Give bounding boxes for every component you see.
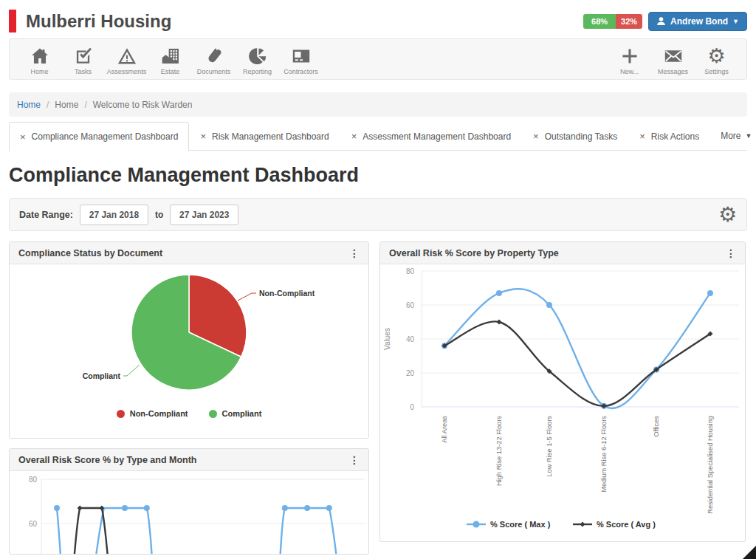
y-axis-label: Values (383, 328, 391, 350)
tab-more[interactable]: More ▼ (710, 122, 756, 149)
series-line-score-max (444, 289, 710, 408)
date-range-label: Date Range: (19, 210, 73, 220)
breadcrumb-item-welcome-to-risk-warden: Welcome to Risk Warden (93, 100, 193, 110)
chevron-down-icon: ▼ (732, 18, 739, 25)
legend-dot (209, 410, 217, 418)
pie-chart: Non-CompliantCompliant (10, 264, 368, 405)
toolbar-item-label: Documents (197, 68, 231, 75)
brand-title: Mulberri Housing (26, 11, 171, 32)
toolbar-item-messages[interactable]: Messages (652, 46, 694, 75)
toolbar-item-label: Settings (704, 68, 729, 75)
toolbar-item-label: Messages (658, 68, 688, 75)
toolbar-item-new[interactable]: New... (608, 46, 650, 75)
estate-icon (160, 46, 181, 66)
legend-item-non-compliant[interactable]: Non-Compliant (117, 409, 188, 418)
pie-annotation-non-compliant: Non-Compliant (259, 289, 315, 298)
toolbar-item-label: Home (30, 68, 48, 75)
tab-label: Risk Management Dashboard (212, 131, 329, 142)
card-title: Overall Risk % Score by Property Type (389, 248, 559, 258)
date-from-input[interactable] (80, 205, 148, 225)
toolbar-item-home[interactable]: Home (18, 46, 61, 75)
close-icon[interactable]: × (200, 131, 206, 141)
legend-label: Compliant (222, 409, 262, 418)
gear-icon[interactable]: ⚙ (718, 205, 737, 225)
y-tick-label: 20 (406, 369, 415, 377)
kebab-menu-icon[interactable]: ⋮ (349, 248, 360, 258)
tab-label: Compliance Management Dashboard (32, 131, 179, 142)
data-point (546, 302, 552, 308)
tab-compliance-management-dashboard[interactable]: × Compliance Management Dashboard (9, 122, 189, 151)
x-category-label: Low Rise 1-5 Floors (546, 416, 553, 477)
close-icon[interactable]: × (351, 131, 357, 141)
svg-text:% Score ( Max ): % Score ( Max ) (490, 520, 551, 529)
breadcrumb-item-home: Home (55, 100, 78, 110)
toolbar-item-label: Reporting (243, 68, 272, 75)
card-title: Compliance Status by Document (18, 248, 162, 258)
toolbar-item-label: Assessments (107, 68, 147, 75)
contractors-icon (291, 46, 312, 66)
close-icon[interactable]: × (20, 132, 26, 142)
close-icon[interactable]: × (533, 131, 539, 141)
page-title: Compliance Management Dashboard (9, 164, 747, 187)
tab-assessment-management-dashboard[interactable]: × Assessment Management Dashboard (340, 122, 522, 151)
envelope-icon (663, 46, 684, 66)
tab-risk-management-dashboard[interactable]: × Risk Management Dashboard (189, 122, 340, 151)
user-menu-button[interactable]: Andrew Bond ▼ (648, 12, 747, 31)
tab-bar: × Compliance Management Dashboard× Risk … (9, 122, 747, 151)
y-tick-label: 80 (406, 267, 415, 275)
toolbar-item-documents[interactable]: Documents (193, 46, 235, 75)
x-category-label: Offices (653, 416, 660, 437)
assessments-icon (117, 46, 137, 66)
toolbar-item-reporting[interactable]: Reporting (236, 46, 278, 75)
data-point (326, 505, 332, 511)
compliant-percent-badge: 68% (583, 14, 616, 29)
chevron-down-icon: ▼ (746, 132, 752, 140)
date-to-input[interactable] (170, 205, 238, 225)
breadcrumb-item-home[interactable]: Home (17, 100, 41, 110)
toolbar-item-contractors[interactable]: Contractors (280, 46, 322, 75)
non-compliant-percent-badge: 32% (616, 14, 642, 29)
y-tick-label: 40 (406, 335, 415, 343)
x-category-label: Medium Rise 6-12 Floors (600, 416, 608, 493)
kebab-menu-icon[interactable]: ⋮ (349, 455, 360, 465)
toolbar-item-assessments[interactable]: Assessments (106, 46, 148, 75)
toolbar-item-estate[interactable]: Estate (149, 46, 191, 75)
data-point (497, 320, 502, 325)
y-tick-label: 80 (29, 476, 38, 484)
pie-annotation-compliant: Compliant (83, 371, 121, 380)
property-type-line-chart: 020406080ValuesAll AreasHigh Rise 13-22 … (380, 264, 745, 541)
breadcrumb: Home/Home/Welcome to Risk Warden (9, 92, 747, 117)
data-point (54, 505, 60, 511)
data-point (473, 521, 480, 528)
legend-label: Non-Compliant (130, 409, 188, 418)
toolbar-item-settings[interactable]: ⚙ Settings (695, 46, 738, 75)
reporting-icon (247, 46, 268, 66)
toolbar: Home Tasks Assessments Estate Documents … (9, 38, 747, 80)
tab-outstanding-tasks[interactable]: × Outstanding Tasks (522, 122, 628, 151)
to-label: to (155, 210, 163, 220)
series-line-1 (66, 508, 117, 554)
close-icon[interactable]: × (639, 131, 645, 141)
card-compliance-status: Compliance Status by Document ⋮ Non-Comp… (9, 241, 369, 439)
series-line-0 (57, 508, 350, 554)
data-point (144, 505, 150, 511)
data-point (707, 290, 713, 296)
plus-icon (619, 46, 640, 66)
mouse-cursor (743, 546, 756, 559)
pie-legend: Non-Compliant Compliant (10, 409, 368, 418)
card-title: Overall Risk Score % by Type and Month (18, 455, 197, 465)
compliance-ratio-badge[interactable]: 68% 32% (583, 14, 642, 29)
legend-item-score-max: % Score ( Max ) (467, 520, 551, 529)
kebab-menu-icon[interactable]: ⋮ (726, 248, 736, 258)
toolbar-item-label: Tasks (75, 68, 92, 75)
data-point (304, 505, 310, 511)
toolbar-item-tasks[interactable]: Tasks (62, 46, 104, 75)
home-icon (30, 46, 50, 66)
y-tick-label: 0 (410, 403, 414, 411)
x-category-label: Residential Specialised Housing (707, 416, 714, 514)
legend-item-compliant[interactable]: Compliant (209, 409, 262, 418)
user-name: Andrew Bond (670, 16, 728, 27)
toolbar-item-label: Contractors (284, 68, 318, 75)
tab-risk-actions[interactable]: × Risk Actions (628, 122, 710, 151)
breadcrumb-separator: / (47, 100, 49, 110)
